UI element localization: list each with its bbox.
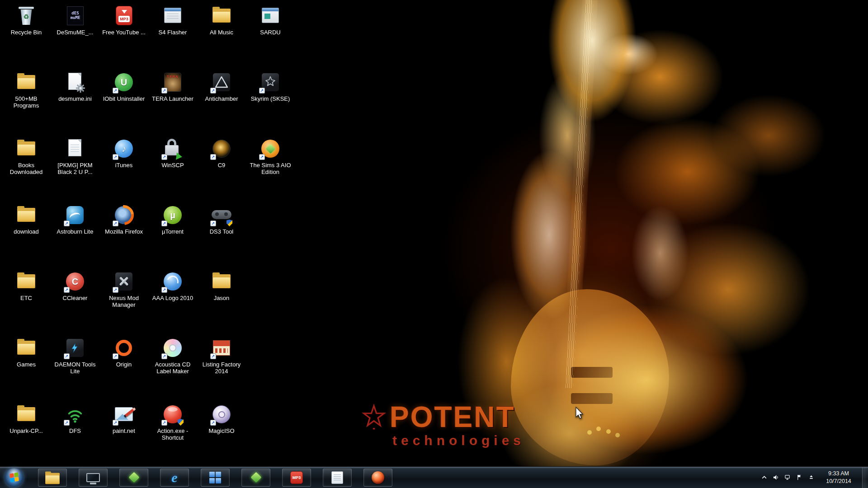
- desktop-icon-label: CCleaner: [52, 295, 99, 301]
- desktop-icon-pkmg-pkm-black2[interactable]: [PKMG] PKM Black 2 U P...: [51, 137, 99, 176]
- taskbar-button-the-sims-plumbob-2[interactable]: [241, 469, 270, 487]
- desktop-icon-unpark-cp[interactable]: Unpark-CP...: [2, 403, 51, 434]
- desktop-icon-dfs[interactable]: ↗DFS: [51, 403, 99, 434]
- desktop-icon-utorrent[interactable]: µ↗µTorrent: [148, 204, 197, 235]
- desktop-icon-desmume[interactable]: dES muMEDeSmuME_...: [51, 5, 99, 36]
- antichamber-icon: ↗: [210, 71, 233, 94]
- desktop-icon-games[interactable]: Games: [2, 337, 51, 368]
- desktop-icon-desmume-ini[interactable]: desmume.ini: [51, 71, 99, 102]
- tera-launcher-icon: TERA↗: [161, 71, 184, 94]
- desktop-icon-label: Astroburn Lite: [52, 228, 99, 235]
- desktop-icon-recycle-bin[interactable]: ♻Recycle Bin: [2, 5, 51, 36]
- desktop-icon-aaa-logo-2010[interactable]: ↗AAA Logo 2010: [148, 270, 197, 301]
- shortcut-arrow-icon: ↗: [161, 221, 167, 226]
- light-document-app-icon: [331, 471, 343, 484]
- desktop-icon-label: µTorrent: [149, 228, 196, 235]
- desktop-icon-origin[interactable]: ↗Origin: [99, 337, 148, 368]
- tray-safely-remove-icon[interactable]: [807, 474, 815, 482]
- taskbar-button-light-document-app[interactable]: [323, 469, 352, 487]
- origin-icon: ↗: [112, 337, 136, 359]
- desktop-icon-ds3-tool[interactable]: ↗DS3 Tool: [197, 204, 246, 235]
- desktop-icon-label: Acoustica CD Label Maker: [149, 361, 196, 375]
- taskbar-button-remote-desktop[interactable]: [79, 469, 108, 487]
- mozilla-firefox-icon: ↗: [112, 204, 136, 226]
- winscp-icon: ↗: [161, 137, 184, 160]
- unpark-cp-icon: [14, 403, 38, 426]
- desktop-icon-action-exe-shortcut[interactable]: ↗Action.exe - Shortcut: [148, 403, 197, 441]
- shortcut-arrow-icon: ↗: [113, 420, 118, 426]
- desktop-icon-listing-factory-2014[interactable]: ↗Listing Factory 2014: [197, 337, 246, 375]
- all-music-icon: [210, 5, 233, 27]
- shortcut-arrow-icon: ↗: [64, 353, 70, 359]
- shortcut-arrow-icon: ↗: [64, 221, 70, 226]
- desktop-icon-programs-500mb[interactable]: 500+MB Programs: [2, 71, 51, 109]
- taskbar-button-orange-ball-app[interactable]: [363, 469, 392, 487]
- desktop-icon-label: Nexus Mod Manager: [100, 295, 147, 309]
- recycle-bin-icon: ♻: [14, 5, 38, 27]
- games-icon: [14, 337, 38, 359]
- s4-flasher-icon: [161, 5, 184, 27]
- tray-action-center-flag-icon[interactable]: [795, 474, 803, 482]
- desktop-icon-mozilla-firefox[interactable]: ↗Mozilla Firefox: [99, 204, 148, 235]
- taskbar-button-windows-explorer[interactable]: [38, 469, 67, 487]
- desktop-icon-acoustica-cd-label-maker[interactable]: ↗Acoustica CD Label Maker: [148, 337, 197, 375]
- desktop-icon-all-music[interactable]: All Music: [197, 5, 246, 36]
- shortcut-arrow-icon: ↗: [113, 287, 118, 293]
- desktop-icon-iobit-uninstaller[interactable]: U↗IObit Uninstaller: [99, 71, 148, 102]
- shortcut-arrow-icon: ↗: [113, 88, 118, 94]
- start-button[interactable]: [5, 468, 24, 487]
- desktop-icon-s4-flasher[interactable]: S4 Flasher: [148, 5, 197, 36]
- desktop-icon-label: Listing Factory 2014: [198, 361, 245, 375]
- taskbar-button-blue-tiles-app[interactable]: [201, 469, 230, 487]
- desktop-icon-free-youtube-mp3[interactable]: MP3Free YouTube ...: [99, 5, 148, 36]
- shortcut-arrow-icon: ↗: [259, 88, 265, 94]
- desktop-icon-jason[interactable]: Jason: [197, 270, 246, 301]
- desktop-icon-label: DAEMON Tools Lite: [52, 361, 99, 375]
- desktop-icon-label: Skyrim (SKSE): [247, 95, 294, 102]
- desktop-icon-label: MagicISO: [198, 427, 245, 434]
- desktop-icon-skyrim-skse[interactable]: ↗Skyrim (SKSE): [246, 71, 295, 102]
- taskbar-buttons: eMP3: [38, 469, 392, 487]
- tray-speaker-icon[interactable]: [772, 474, 780, 482]
- taskbar-button-internet-explorer[interactable]: e: [160, 469, 189, 487]
- desktop-icon-paint-net[interactable]: ↗paint.net: [99, 403, 148, 434]
- desktop-icon-daemon-tools-lite[interactable]: ↗DAEMON Tools Lite: [51, 337, 99, 375]
- taskbar-button-mp3-app[interactable]: MP3: [282, 469, 311, 487]
- desktop-icon-winscp[interactable]: ↗WinSCP: [148, 137, 197, 169]
- desktop-icon-label: TERA Launcher: [149, 95, 196, 102]
- utorrent-icon: µ↗: [161, 204, 184, 226]
- desktop-icon-etc[interactable]: ETC: [2, 270, 51, 301]
- desktop-icon-magiciso[interactable]: ↗MagicISO: [197, 403, 246, 434]
- desktop-icon-books-downloaded[interactable]: Books Downloaded: [2, 137, 51, 176]
- shortcut-arrow-icon: ↗: [210, 88, 216, 94]
- desktop-icon-c9[interactable]: ↗C9: [197, 137, 246, 169]
- desktop-icon-sims3-aio[interactable]: ↗The Sims 3 AIO Edition: [246, 137, 295, 176]
- desktop-icon-label: Origin: [100, 361, 147, 368]
- show-desktop-button[interactable]: [862, 467, 868, 488]
- desktop-icon-antichamber[interactable]: ↗Antichamber: [197, 71, 246, 102]
- tray-network-icon[interactable]: [783, 474, 792, 482]
- mp3-app-icon: MP3: [290, 471, 303, 484]
- shortcut-arrow-icon: ↗: [113, 221, 118, 226]
- desktop-icon-nexus-mod-manager[interactable]: ↗Nexus Mod Manager: [99, 270, 148, 309]
- desktop-icon-sardu[interactable]: SARDU: [246, 5, 295, 36]
- desktop-icon-label: AAA Logo 2010: [149, 295, 196, 301]
- desktop-icon-download[interactable]: download: [2, 204, 51, 235]
- etc-icon: [14, 270, 38, 293]
- system-tray: 9:33 AM 10/7/2014: [760, 467, 868, 488]
- desktop-icon-tera-launcher[interactable]: TERA↗TERA Launcher: [148, 71, 197, 102]
- taskbar-clock[interactable]: 9:33 AM 10/7/2014: [822, 470, 855, 485]
- shortcut-arrow-icon: ↗: [210, 154, 216, 160]
- desktop-icon-label: DeSmuME_...: [52, 29, 99, 36]
- desktop-icon-ccleaner[interactable]: C↗CCleaner: [51, 270, 99, 301]
- desktop-icon-itunes[interactable]: ♪↗iTunes: [99, 137, 148, 169]
- desktop-icon-astroburn-lite[interactable]: ↗Astroburn Lite: [51, 204, 99, 235]
- windows-explorer-icon: [41, 468, 64, 488]
- programs-500mb-icon: [14, 71, 38, 94]
- shortcut-arrow-icon: ↗: [161, 88, 167, 94]
- desmume-ini-icon: [63, 71, 87, 94]
- ds3-tool-icon: ↗: [210, 204, 233, 226]
- taskbar-button-the-sims-plumbob-1[interactable]: [119, 469, 148, 487]
- acoustica-cd-label-maker-icon: ↗: [161, 337, 184, 359]
- tray-chevron-up-icon[interactable]: [760, 474, 768, 482]
